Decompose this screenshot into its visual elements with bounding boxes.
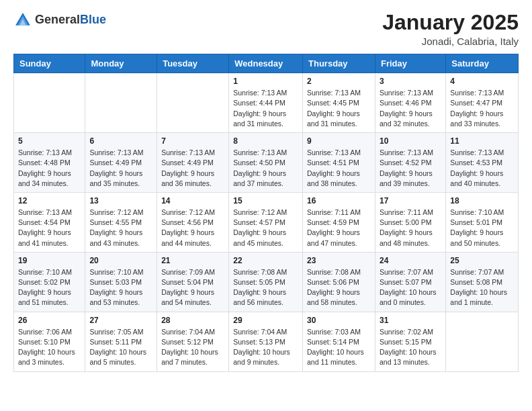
day-info: Sunrise: 7:10 AMSunset: 5:01 PMDaylight:… bbox=[450, 208, 514, 248]
day-number: 10 bbox=[380, 136, 441, 146]
day-info: Sunrise: 7:06 AMSunset: 5:10 PMDaylight:… bbox=[18, 327, 81, 368]
day-number: 3 bbox=[380, 77, 441, 86]
weekday-header-wednesday: Wednesday bbox=[229, 54, 303, 73]
day-cell: 5Sunrise: 7:13 AMSunset: 4:48 PMDaylight… bbox=[14, 133, 85, 193]
day-cell: 2Sunrise: 7:13 AMSunset: 4:45 PMDaylight… bbox=[303, 73, 375, 133]
day-number: 16 bbox=[307, 196, 371, 205]
day-info: Sunrise: 7:11 AMSunset: 4:59 PMDaylight:… bbox=[307, 208, 371, 248]
day-info: Sunrise: 7:13 AMSunset: 4:50 PMDaylight:… bbox=[233, 148, 298, 189]
day-cell: 19Sunrise: 7:10 AMSunset: 5:02 PMDayligh… bbox=[14, 252, 85, 312]
day-cell: 24Sunrise: 7:07 AMSunset: 5:07 PMDayligh… bbox=[375, 252, 445, 312]
day-number: 24 bbox=[380, 256, 441, 265]
day-info: Sunrise: 7:07 AMSunset: 5:07 PMDaylight:… bbox=[380, 267, 441, 308]
day-info: Sunrise: 7:11 AMSunset: 5:00 PMDaylight:… bbox=[380, 208, 441, 248]
day-number: 31 bbox=[380, 316, 441, 325]
day-cell: 15Sunrise: 7:12 AMSunset: 4:57 PMDayligh… bbox=[229, 192, 303, 252]
weekday-header-row: SundayMondayTuesdayWednesdayThursdayFrid… bbox=[14, 54, 519, 73]
header: GeneralBlue January 2025 Jonadi, Calabri… bbox=[13, 11, 519, 47]
logo-general: General bbox=[35, 13, 80, 26]
day-info: Sunrise: 7:05 AMSunset: 5:11 PMDaylight:… bbox=[89, 327, 152, 368]
day-number: 17 bbox=[380, 196, 441, 205]
day-info: Sunrise: 7:12 AMSunset: 4:55 PMDaylight:… bbox=[89, 208, 152, 248]
day-info: Sunrise: 7:12 AMSunset: 4:56 PMDaylight:… bbox=[161, 208, 224, 248]
weekday-header-saturday: Saturday bbox=[446, 54, 519, 73]
day-info: Sunrise: 7:13 AMSunset: 4:52 PMDaylight:… bbox=[380, 148, 441, 189]
day-info: Sunrise: 7:08 AMSunset: 5:06 PMDaylight:… bbox=[307, 267, 371, 308]
logo: GeneralBlue bbox=[13, 11, 106, 30]
day-number: 12 bbox=[18, 196, 81, 205]
day-number: 7 bbox=[161, 136, 224, 146]
day-cell: 18Sunrise: 7:10 AMSunset: 5:01 PMDayligh… bbox=[446, 192, 519, 252]
day-info: Sunrise: 7:13 AMSunset: 4:44 PMDaylight:… bbox=[233, 88, 298, 129]
day-number: 22 bbox=[233, 256, 298, 265]
day-info: Sunrise: 7:10 AMSunset: 5:02 PMDaylight:… bbox=[18, 267, 81, 308]
day-cell: 28Sunrise: 7:04 AMSunset: 5:12 PMDayligh… bbox=[157, 312, 229, 371]
logo-icon bbox=[13, 11, 32, 30]
week-row-5: 26Sunrise: 7:06 AMSunset: 5:10 PMDayligh… bbox=[14, 312, 519, 371]
day-cell bbox=[446, 312, 519, 371]
day-number: 23 bbox=[307, 256, 371, 265]
day-number: 11 bbox=[450, 136, 514, 146]
day-number: 21 bbox=[161, 256, 224, 265]
day-number: 20 bbox=[89, 256, 152, 265]
day-cell: 8Sunrise: 7:13 AMSunset: 4:50 PMDaylight… bbox=[229, 133, 303, 193]
day-cell: 4Sunrise: 7:13 AMSunset: 4:47 PMDaylight… bbox=[446, 73, 519, 133]
day-cell: 3Sunrise: 7:13 AMSunset: 4:46 PMDaylight… bbox=[375, 73, 445, 133]
weekday-header-monday: Monday bbox=[85, 54, 157, 73]
day-number: 13 bbox=[89, 196, 152, 205]
weekday-header-tuesday: Tuesday bbox=[157, 54, 229, 73]
month-title: January 2025 bbox=[382, 11, 519, 34]
day-cell bbox=[157, 73, 229, 133]
day-info: Sunrise: 7:04 AMSunset: 5:12 PMDaylight:… bbox=[161, 327, 224, 368]
day-number: 6 bbox=[89, 136, 152, 146]
day-number: 8 bbox=[233, 136, 298, 146]
day-cell: 1Sunrise: 7:13 AMSunset: 4:44 PMDaylight… bbox=[229, 73, 303, 133]
day-number: 1 bbox=[233, 77, 298, 86]
day-cell bbox=[85, 73, 157, 133]
day-number: 30 bbox=[307, 316, 371, 325]
day-info: Sunrise: 7:13 AMSunset: 4:48 PMDaylight:… bbox=[18, 148, 81, 189]
week-row-4: 19Sunrise: 7:10 AMSunset: 5:02 PMDayligh… bbox=[14, 252, 519, 312]
day-cell: 20Sunrise: 7:10 AMSunset: 5:03 PMDayligh… bbox=[85, 252, 157, 312]
day-number: 9 bbox=[307, 136, 371, 146]
day-info: Sunrise: 7:10 AMSunset: 5:03 PMDaylight:… bbox=[89, 267, 152, 308]
weekday-header-sunday: Sunday bbox=[14, 54, 85, 73]
day-cell bbox=[14, 73, 85, 133]
day-info: Sunrise: 7:13 AMSunset: 4:49 PMDaylight:… bbox=[161, 148, 224, 189]
day-cell: 23Sunrise: 7:08 AMSunset: 5:06 PMDayligh… bbox=[303, 252, 375, 312]
day-number: 14 bbox=[161, 196, 224, 205]
day-number: 28 bbox=[161, 316, 224, 325]
week-row-1: 1Sunrise: 7:13 AMSunset: 4:44 PMDaylight… bbox=[14, 73, 519, 133]
calendar-table: SundayMondayTuesdayWednesdayThursdayFrid… bbox=[13, 54, 519, 371]
day-number: 26 bbox=[18, 316, 81, 325]
day-cell: 12Sunrise: 7:13 AMSunset: 4:54 PMDayligh… bbox=[14, 192, 85, 252]
day-number: 5 bbox=[18, 136, 81, 146]
weekday-header-friday: Friday bbox=[375, 54, 445, 73]
day-info: Sunrise: 7:04 AMSunset: 5:13 PMDaylight:… bbox=[233, 327, 298, 368]
page: GeneralBlue January 2025 Jonadi, Calabri… bbox=[0, 0, 532, 383]
day-number: 29 bbox=[233, 316, 298, 325]
day-cell: 11Sunrise: 7:13 AMSunset: 4:53 PMDayligh… bbox=[446, 133, 519, 193]
day-cell: 9Sunrise: 7:13 AMSunset: 4:51 PMDaylight… bbox=[303, 133, 375, 193]
day-cell: 27Sunrise: 7:05 AMSunset: 5:11 PMDayligh… bbox=[85, 312, 157, 371]
day-number: 15 bbox=[233, 196, 298, 205]
day-cell: 6Sunrise: 7:13 AMSunset: 4:49 PMDaylight… bbox=[85, 133, 157, 193]
day-cell: 21Sunrise: 7:09 AMSunset: 5:04 PMDayligh… bbox=[157, 252, 229, 312]
day-info: Sunrise: 7:13 AMSunset: 4:49 PMDaylight:… bbox=[89, 148, 152, 189]
day-info: Sunrise: 7:13 AMSunset: 4:47 PMDaylight:… bbox=[450, 88, 514, 129]
day-cell: 13Sunrise: 7:12 AMSunset: 4:55 PMDayligh… bbox=[85, 192, 157, 252]
day-info: Sunrise: 7:13 AMSunset: 4:53 PMDaylight:… bbox=[450, 148, 514, 189]
weekday-header-thursday: Thursday bbox=[303, 54, 375, 73]
day-cell: 31Sunrise: 7:02 AMSunset: 5:15 PMDayligh… bbox=[375, 312, 445, 371]
day-cell: 16Sunrise: 7:11 AMSunset: 4:59 PMDayligh… bbox=[303, 192, 375, 252]
logo-text: GeneralBlue bbox=[35, 13, 106, 27]
day-info: Sunrise: 7:13 AMSunset: 4:45 PMDaylight:… bbox=[307, 88, 371, 129]
day-info: Sunrise: 7:03 AMSunset: 5:14 PMDaylight:… bbox=[307, 327, 371, 368]
day-number: 2 bbox=[307, 77, 371, 86]
day-number: 18 bbox=[450, 196, 514, 205]
day-info: Sunrise: 7:07 AMSunset: 5:08 PMDaylight:… bbox=[450, 267, 514, 308]
day-cell: 14Sunrise: 7:12 AMSunset: 4:56 PMDayligh… bbox=[157, 192, 229, 252]
day-info: Sunrise: 7:12 AMSunset: 4:57 PMDaylight:… bbox=[233, 208, 298, 248]
day-cell: 22Sunrise: 7:08 AMSunset: 5:05 PMDayligh… bbox=[229, 252, 303, 312]
day-info: Sunrise: 7:13 AMSunset: 4:54 PMDaylight:… bbox=[18, 208, 81, 248]
